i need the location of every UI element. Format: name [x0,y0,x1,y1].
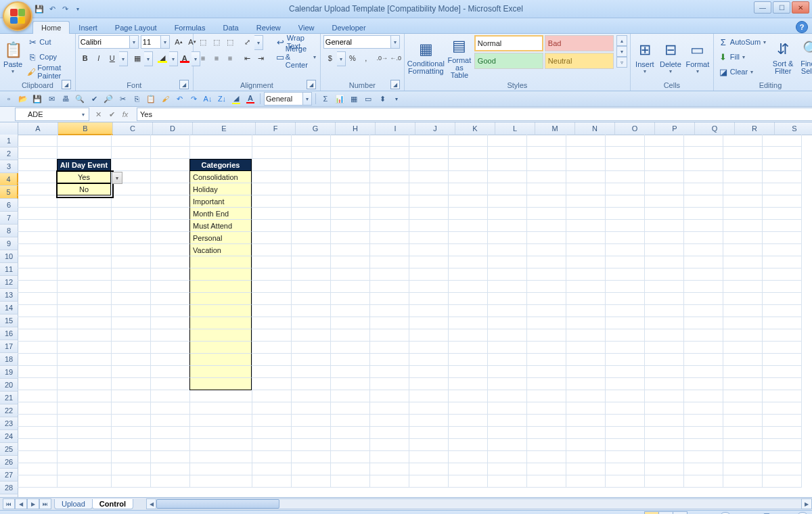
misc3-dropdown[interactable]: ▾ [390,93,403,105]
align-top-button[interactable]: ⬚ [196,35,210,49]
cell-E13[interactable] [189,281,252,293]
hscroll-track[interactable] [156,498,803,509]
decrease-decimal-button[interactable]: ←.0 [389,51,403,65]
row-header-17[interactable]: 17 [0,340,18,353]
close-button[interactable]: ✕ [792,1,809,14]
alignment-dialog-launcher[interactable]: ◢ [307,80,316,89]
preview-icon[interactable]: 🔍 [74,93,86,105]
column-header-B[interactable]: B [58,122,113,135]
row-header-11[interactable]: 11 [0,263,18,276]
help-icon[interactable]: ? [796,21,808,33]
column-header-C[interactable]: C [113,122,153,135]
row-header-20[interactable]: 20 [0,379,18,392]
style-neutral[interactable]: Neutral [545,53,614,69]
column-header-S[interactable]: S [775,122,812,135]
style-good[interactable]: Good [474,53,543,69]
grow-font-button[interactable]: A▴ [172,35,185,49]
italic-button[interactable]: I [92,51,106,65]
cell-E10[interactable]: Vacation [189,244,252,256]
enter-formula-icon[interactable]: ✔ [106,108,118,120]
cell-E21[interactable] [189,378,252,390]
row-header-6[interactable]: 6 [0,199,18,212]
copy-button[interactable]: ⎘Copy [26,50,72,64]
hscroll-thumb[interactable] [156,499,279,509]
increase-indent-button[interactable]: ⇥ [254,51,268,65]
clipboard-dialog-launcher[interactable]: ◢ [62,80,71,89]
row-header-27[interactable]: 27 [0,469,18,482]
row-header-29[interactable]: 29 [0,494,18,497]
sort-desc-icon[interactable]: Z↓ [216,93,228,105]
cell-E11[interactable] [189,256,252,268]
column-header-E[interactable]: E [193,122,256,135]
row-header-8[interactable]: 8 [0,225,18,237]
conditional-formatting-button[interactable]: ▦ Conditional Formatting [407,35,445,80]
column-header-N[interactable]: N [575,122,615,135]
save-icon[interactable]: 💾 [31,93,43,105]
spreadsheet-grid[interactable]: ABCDEFGHIJKLMNOPQRS 12345678910111213141… [0,122,812,497]
row-header-13[interactable]: 13 [0,289,18,302]
sheet-nav-prev[interactable]: ◀ [15,498,27,509]
cell-E5[interactable]: Holiday [189,183,252,195]
row-header-1[interactable]: 1 [0,135,18,147]
sigma2-icon[interactable]: Σ [319,93,332,105]
undo2-icon[interactable]: ↶ [173,93,185,105]
column-header-F[interactable]: F [256,122,296,135]
gallery-up-button[interactable]: ▴ [616,35,627,46]
paste2-icon[interactable]: 📋 [145,93,157,105]
row-header-19[interactable]: 19 [0,366,18,379]
font-dialog-launcher[interactable]: ◢ [179,80,189,89]
cell-E8[interactable]: Must Attend [189,220,252,232]
row-header-15[interactable]: 15 [0,314,18,327]
format-painter-button[interactable]: 🖌Format Painter [26,65,72,78]
hscroll-right[interactable]: ▶ [801,498,812,509]
sheet-nav-next[interactable]: ▶ [27,498,39,509]
column-header-P[interactable]: P [655,122,695,135]
maximize-button[interactable]: ☐ [773,1,790,14]
row-header-25[interactable]: 25 [0,443,18,456]
name-box-dropdown[interactable]: ▾ [79,112,87,118]
number-format-dropdown[interactable]: ▾ [391,35,400,49]
align-center-button[interactable]: ≡ [210,51,223,65]
ribbon-tab-view[interactable]: View [290,21,323,34]
column-header-Q[interactable]: Q [695,122,735,135]
accounting-dropdown[interactable]: ▾ [337,51,346,66]
fx-icon[interactable]: fx [119,108,131,120]
ribbon-tab-home[interactable]: Home [32,21,70,34]
row-header-12[interactable]: 12 [0,276,18,289]
cell-E12[interactable] [189,268,252,281]
cell-E20[interactable] [189,366,252,378]
font-name-dropdown[interactable]: ▾ [130,35,139,49]
font-color-button[interactable]: A [178,51,191,65]
font-size-input[interactable] [141,35,161,49]
column-header-D[interactable]: D [153,122,193,135]
mail-icon[interactable]: ✉ [45,93,58,105]
align-middle-button[interactable]: ⬚ [210,35,223,49]
row-header-16[interactable]: 16 [0,327,18,340]
column-header-R[interactable]: R [735,122,775,135]
align-bottom-button[interactable]: ⬚ [223,35,237,49]
row-header-23[interactable]: 23 [0,417,18,430]
column-header-M[interactable]: M [535,122,575,135]
cell-E16[interactable] [189,317,252,329]
row-header-22[interactable]: 22 [0,404,18,417]
sheet-tab-upload[interactable]: Upload [54,499,93,509]
qat-save-icon[interactable]: 💾 [34,3,45,14]
format2-dropdown[interactable]: ▾ [303,92,312,106]
name-box[interactable]: ADE ▾ [15,108,89,121]
column-header-O[interactable]: O [615,122,655,135]
spell-icon[interactable]: ✔ [88,93,100,105]
row-header-18[interactable]: 18 [0,353,18,366]
merge-center-button[interactable]: ▭Merge & Center▾ [275,50,317,64]
misc2-icon[interactable]: ⬍ [376,93,388,105]
column-header-G[interactable]: G [296,122,336,135]
minimize-button[interactable]: — [754,1,771,14]
sheet-nav-first[interactable]: ⏮ [3,498,15,509]
row-header-10[interactable]: 10 [0,250,18,263]
sheet-nav-last[interactable]: ⏭ [39,498,51,509]
cell-E17[interactable] [189,329,252,342]
underline-dropdown[interactable]: ▾ [119,51,128,66]
ribbon-tab-review[interactable]: Review [248,21,290,34]
ribbon-tab-data[interactable]: Data [214,21,247,34]
office-button[interactable] [3,1,32,31]
orientation-dropdown[interactable]: ▾ [254,35,263,50]
